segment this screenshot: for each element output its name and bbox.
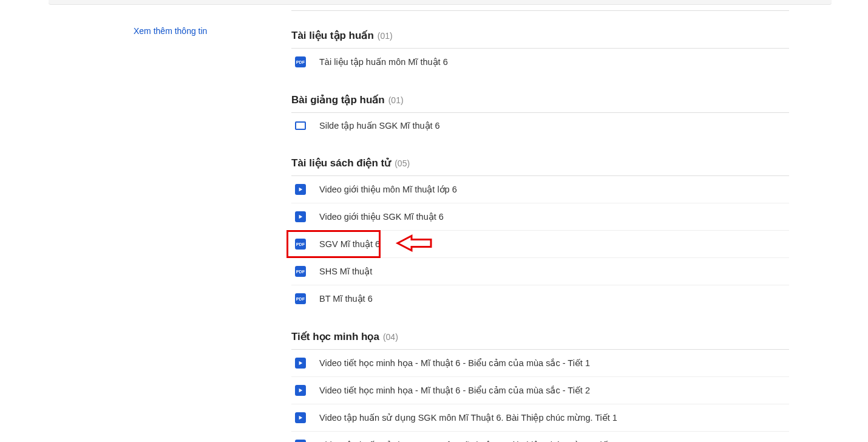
resource-title: Video tiết học minh họa - Mĩ thuật 6 - B… [319, 386, 590, 395]
section-header: Bài giảng tập huấn(01) [291, 93, 789, 113]
video-icon [295, 211, 306, 222]
svg-marker-2 [299, 361, 303, 365]
resource-item[interactable]: Video giới thiệu môn Mĩ thuật lớp 6 [291, 176, 789, 203]
section-title: Tiết học minh họa [291, 330, 379, 343]
section-count: (04) [383, 332, 398, 342]
section-count: (01) [388, 95, 404, 105]
resource-item[interactable]: Video tiết học minh họa - Mĩ thuật 6 - B… [291, 350, 789, 377]
resource-item[interactable]: PDFTài liệu tập huấn môn Mĩ thuật 6 [291, 49, 789, 75]
resource-title: BT Mĩ thuật 6 [319, 294, 373, 304]
svg-marker-0 [299, 188, 303, 191]
section-count: (01) [378, 31, 393, 41]
sidebar: Xem thêm thông tin [12, 5, 231, 442]
resource-title: Silde tập huấn SGK Mĩ thuật 6 [319, 121, 440, 131]
video-icon [295, 184, 306, 195]
section-header: Tài liệu tập huấn(01) [291, 29, 789, 49]
resource-title: Video tập huấn sử dụng SGK môn Mĩ Thuật … [319, 413, 617, 423]
pdf-icon: PDF [295, 239, 306, 250]
view-more-link[interactable]: Xem thêm thông tin [134, 26, 207, 36]
resource-item[interactable]: PDFSGV Mĩ thuật 6 [291, 231, 789, 258]
resource-item[interactable]: Video tập huấn sử dụng SGK môn Mĩ Thuật … [291, 404, 789, 432]
resource-title: SHS Mĩ thuật [319, 267, 372, 276]
section-count: (05) [395, 158, 410, 168]
main-content: Tài liệu tập huấn(01)PDFTài liệu tập huấ… [291, 5, 789, 442]
section-tap-huan: Tài liệu tập huấn(01)PDFTài liệu tập huấ… [291, 29, 789, 75]
section-title: Tài liệu tập huấn [291, 29, 374, 42]
pdf-icon: PDF [295, 293, 306, 304]
video-icon [295, 412, 306, 423]
resource-item[interactable]: PDFSHS Mĩ thuật [291, 258, 789, 285]
video-icon [295, 385, 306, 396]
video-icon [295, 358, 306, 369]
page-layout: Xem thêm thông tin Tài liệu tập huấn(01)… [0, 5, 868, 442]
resource-title: SGV Mĩ thuật 6 [319, 239, 380, 249]
resource-item[interactable]: PDFBT Mĩ thuật 6 [291, 285, 789, 312]
resource-title: Video giới thiệu SGK Mĩ thuật 6 [319, 212, 444, 222]
section-header: Tài liệu sách điện tử(05) [291, 157, 789, 176]
partial-section-header [291, 5, 789, 11]
section-sach-dien-tu: Tài liệu sách điện tử(05)Video giới thiệ… [291, 157, 789, 312]
window-top-bar [49, 0, 832, 5]
svg-marker-4 [299, 416, 303, 420]
resource-item[interactable]: Video giới thiệu SGK Mĩ thuật 6 [291, 203, 789, 231]
resource-item[interactable]: Video tiết học minh họa - Mĩ thuật 6 - B… [291, 377, 789, 404]
resource-item[interactable]: Video tập huấn sử dụng SGK môn Mĩ Thuật … [291, 432, 789, 442]
resource-title: Video tiết học minh họa - Mĩ thuật 6 - B… [319, 358, 590, 368]
video-icon [295, 440, 306, 442]
presentation-icon [295, 121, 306, 130]
section-tiet-hoc: Tiết học minh họa(04)Video tiết học minh… [291, 330, 789, 442]
svg-marker-1 [299, 215, 303, 219]
pdf-icon: PDF [295, 56, 306, 67]
arrow-annotation [395, 231, 437, 257]
section-title: Tài liệu sách điện tử [291, 157, 391, 169]
svg-marker-3 [299, 389, 303, 392]
resource-item[interactable]: Silde tập huấn SGK Mĩ thuật 6 [291, 113, 789, 138]
resource-title: Video giới thiệu môn Mĩ thuật lớp 6 [319, 185, 457, 194]
pdf-icon: PDF [295, 266, 306, 277]
section-header: Tiết học minh họa(04) [291, 330, 789, 350]
resource-title: Tài liệu tập huấn môn Mĩ thuật 6 [319, 57, 448, 67]
section-title: Bài giảng tập huấn [291, 93, 385, 106]
section-bai-giang: Bài giảng tập huấn(01)Silde tập huấn SGK… [291, 93, 789, 138]
